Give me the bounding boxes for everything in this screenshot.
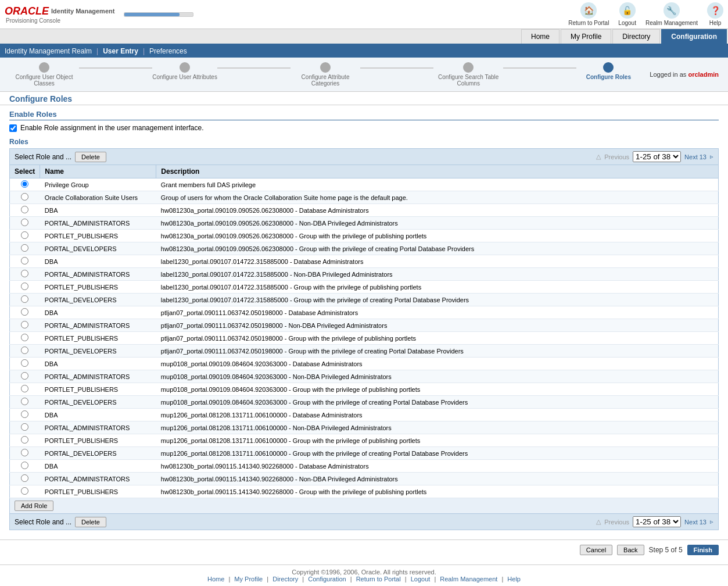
row-select-cell[interactable] <box>10 345 40 358</box>
logged-in-info: Logged in as orcladmin <box>650 71 719 78</box>
row-description-cell: label1230_portal.090107.014722.315885000… <box>156 255 719 268</box>
role-radio[interactable] <box>21 385 28 392</box>
footer-configuration[interactable]: Configuration <box>308 576 346 583</box>
row-select-cell[interactable] <box>10 421 40 434</box>
logout-btn[interactable]: 🔓 Logout <box>618 2 636 26</box>
row-select-cell[interactable] <box>10 473 40 485</box>
role-radio[interactable] <box>21 334 28 341</box>
row-select-cell[interactable] <box>10 319 40 332</box>
row-select-cell[interactable] <box>10 383 40 396</box>
finish-button[interactable]: Finish <box>687 545 719 555</box>
role-radio[interactable] <box>21 206 28 213</box>
row-select-cell[interactable] <box>10 268 40 281</box>
role-radio[interactable] <box>21 410 28 418</box>
role-radio[interactable] <box>21 462 28 469</box>
back-button[interactable]: Back <box>617 545 644 555</box>
cancel-button[interactable]: Cancel <box>580 545 612 555</box>
role-radio[interactable] <box>21 257 28 265</box>
role-radio[interactable] <box>21 283 28 290</box>
role-radio[interactable] <box>21 244 28 252</box>
row-name-cell: PORTLET_PUBLISHERS <box>40 485 156 498</box>
row-select-cell[interactable] <box>10 358 40 370</box>
delete-button-top[interactable]: Delete <box>75 152 106 162</box>
row-select-cell[interactable] <box>10 332 40 345</box>
role-radio[interactable] <box>21 372 28 380</box>
row-select-cell[interactable] <box>10 409 40 421</box>
row-name-cell: PORTLET_PUBLISHERS <box>40 281 156 294</box>
row-name-cell: Privilege Group <box>40 178 156 191</box>
step-3-circle <box>320 62 331 73</box>
footer-my-profile[interactable]: My Profile <box>234 576 263 583</box>
realm-management-btn[interactable]: 🔧 Realm Management <box>645 2 698 26</box>
role-radio[interactable] <box>21 423 28 431</box>
tab-configuration[interactable]: Configuration <box>661 29 727 44</box>
add-role-button[interactable]: Add Role <box>15 501 53 511</box>
subnav-identity-management-realm[interactable]: Identity Management Realm <box>5 47 92 55</box>
help-btn[interactable]: ❓ Help <box>707 2 723 26</box>
role-radio[interactable] <box>21 308 28 316</box>
role-radio[interactable] <box>21 295 28 303</box>
tab-my-profile[interactable]: My Profile <box>561 29 611 44</box>
delete-button-bottom[interactable]: Delete <box>75 517 106 527</box>
role-radio[interactable] <box>21 321 28 328</box>
roles-label: Roles <box>9 138 719 146</box>
role-radio[interactable] <box>21 359 28 367</box>
row-select-cell[interactable] <box>10 217 40 230</box>
table-row: PORTLET_PUBLISHERSlabel1230_portal.09010… <box>10 281 719 294</box>
tab-directory[interactable]: Directory <box>612 29 660 44</box>
role-radio[interactable] <box>21 219 28 226</box>
row-select-cell[interactable] <box>10 460 40 473</box>
row-select-cell[interactable] <box>10 434 40 447</box>
enable-roles-checkbox[interactable] <box>9 124 17 132</box>
role-radio[interactable] <box>21 398 28 405</box>
row-select-cell[interactable] <box>10 396 40 409</box>
step-3-label: Configure Attribute Categories <box>291 74 360 87</box>
role-radio[interactable] <box>21 193 28 201</box>
row-select-cell[interactable] <box>10 255 40 268</box>
role-radio[interactable] <box>21 474 28 482</box>
footer-home[interactable]: Home <box>207 576 224 583</box>
row-select-cell[interactable] <box>10 306 40 319</box>
footer-realm-management[interactable]: Realm Management <box>440 576 497 583</box>
page-range-select-bottom[interactable]: 1-25 of 38 <box>633 516 681 527</box>
page-range-select-top[interactable]: 1-25 of 38 <box>633 151 681 162</box>
step-5-circle <box>603 62 614 73</box>
return-to-portal-btn[interactable]: 🏠 Return to Portal <box>568 2 609 26</box>
page-title-bar: Configure Roles <box>0 92 728 105</box>
role-radio[interactable] <box>21 180 28 188</box>
row-select-cell[interactable] <box>10 242 40 255</box>
subnav-user-entry[interactable]: User Entry <box>103 47 138 55</box>
row-select-cell[interactable] <box>10 370 40 383</box>
table-row: PORTAL_ADMINISTRATORShw081230b_portal.09… <box>10 473 719 485</box>
footer-directory[interactable]: Directory <box>272 576 298 583</box>
wizard-step-2: Configure User Attributes <box>152 62 217 80</box>
row-select-cell[interactable] <box>10 178 40 191</box>
role-radio[interactable] <box>21 346 28 354</box>
row-select-cell[interactable] <box>10 294 40 306</box>
tab-home[interactable]: Home <box>521 29 560 44</box>
row-select-cell[interactable] <box>10 447 40 460</box>
role-radio[interactable] <box>21 487 28 495</box>
table-row: PORTLET_PUBLISHERSmup1206_portal.081208.… <box>10 434 719 447</box>
row-select-cell[interactable] <box>10 485 40 498</box>
footer-return-to-portal[interactable]: Return to Portal <box>356 576 401 583</box>
role-radio[interactable] <box>21 231 28 239</box>
footer-help[interactable]: Help <box>507 576 521 583</box>
row-description-cell: mup0108_portal.090109.084604.920363000 -… <box>156 370 719 383</box>
row-select-cell[interactable] <box>10 204 40 217</box>
role-radio[interactable] <box>21 449 28 456</box>
row-select-cell[interactable] <box>10 191 40 204</box>
role-radio[interactable] <box>21 436 28 444</box>
footer-logout[interactable]: Logout <box>411 576 431 583</box>
table-row: PORTAL_DEVELOPERSmup0108_portal.090109.0… <box>10 396 719 409</box>
add-role-row: Add Role <box>9 498 719 514</box>
next-link-bottom[interactable]: Next 13 <box>684 519 707 526</box>
wizard-step-3: Configure Attribute Categories <box>291 62 360 87</box>
role-radio[interactable] <box>21 270 28 277</box>
row-select-cell[interactable] <box>10 230 40 242</box>
table-row: DBAmup1206_portal.081208.131711.00610000… <box>10 409 719 421</box>
row-select-cell[interactable] <box>10 281 40 294</box>
next-link-top[interactable]: Next 13 <box>684 153 707 160</box>
toolbar-right: △ Previous 1-25 of 38 Next 13 ▹ <box>596 151 713 162</box>
subnav-preferences[interactable]: Preferences <box>149 47 187 55</box>
